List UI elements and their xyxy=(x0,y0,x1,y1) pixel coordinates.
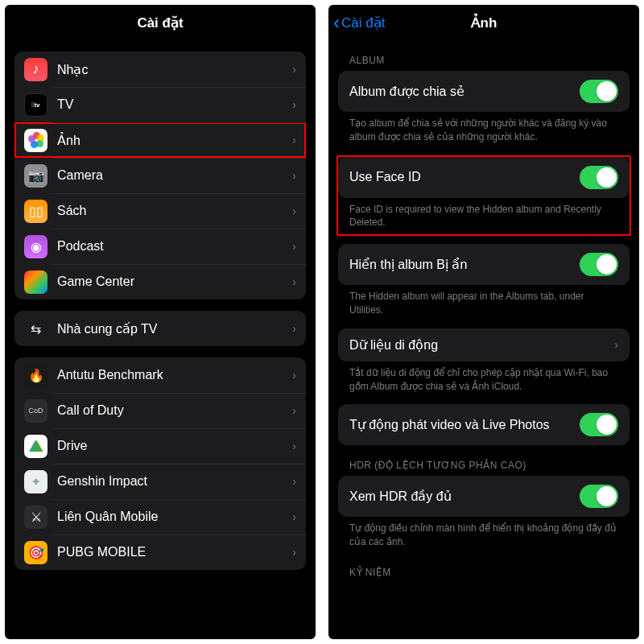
row-anh[interactable]: Ảnh › xyxy=(14,122,306,158)
page-title: Ảnh xyxy=(471,14,497,31)
photos-settings-list[interactable]: ALBUM Album được chia sẻ Tạo album để ch… xyxy=(328,40,639,639)
cell-label: Hiển thị album Bị ẩn xyxy=(349,257,580,272)
section-header-hdr: HDR (ĐỘ LỆCH TƯƠNG PHẢN CAO) xyxy=(338,445,630,476)
lienquan-icon: ⚔ xyxy=(24,506,47,529)
header: ‹ Cài đặt Ảnh xyxy=(328,5,639,40)
hidden-album-toggle[interactable] xyxy=(580,253,618,276)
section-header-album: ALBUM xyxy=(338,40,630,71)
footer-shared-album: Tạo album để chia sẻ với những người khá… xyxy=(338,112,630,147)
antutu-icon: 🔥 xyxy=(24,364,47,387)
row-use-faceid[interactable]: Use Face ID xyxy=(338,157,630,198)
row-hidden-album[interactable]: Hiển thị album Bị ẩn xyxy=(338,244,630,285)
chevron-right-icon: › xyxy=(292,275,296,288)
music-icon: ♪ xyxy=(24,58,47,81)
chevron-right-icon: › xyxy=(292,404,296,417)
cell-label: Tự động phát video và Live Photos xyxy=(349,417,580,432)
autoplay-toggle[interactable] xyxy=(580,413,618,436)
row-label: Ảnh xyxy=(57,133,292,148)
chevron-right-icon: › xyxy=(292,169,296,182)
camera-icon: 📷 xyxy=(24,164,47,188)
chevron-right-icon: › xyxy=(292,63,296,76)
row-label: Genshin Impact xyxy=(57,474,292,489)
row-tv[interactable]: tv TV › xyxy=(14,87,306,122)
row-shared-album[interactable]: Album được chia sẻ xyxy=(338,71,630,112)
photos-icon xyxy=(24,129,47,152)
genshin-icon: ✦ xyxy=(24,470,47,493)
game-center-icon xyxy=(24,270,47,294)
chevron-right-icon: › xyxy=(292,134,296,147)
chevron-right-icon: › xyxy=(292,510,296,523)
page-title: Cài đặt xyxy=(137,14,183,31)
hidden-block: Hiển thị album Bị ẩn The Hidden album wi… xyxy=(338,244,630,320)
cod-icon: CoD xyxy=(24,399,47,423)
row-antutu[interactable]: 🔥 Antutu Benchmark › xyxy=(14,357,306,393)
footer-cellular: Tắt dữ liệu di động để chỉ cho phép cập … xyxy=(338,361,630,397)
cell-label: Use Face ID xyxy=(349,170,580,184)
chevron-right-icon: › xyxy=(292,369,296,382)
cellular-block: Dữ liệu di động › Tắt dữ liệu di động để… xyxy=(338,328,630,397)
books-icon: ▯▯ xyxy=(24,200,47,223)
row-label: Sách xyxy=(57,204,292,218)
back-label: Cài đặt xyxy=(341,14,385,31)
footer-faceid: Face ID is required to view the Hidden a… xyxy=(338,198,630,233)
cell-label: Album được chia sẻ xyxy=(349,84,580,99)
row-camera[interactable]: 📷 Camera › xyxy=(14,158,306,193)
row-drive[interactable]: Drive › xyxy=(14,428,306,464)
section-header-memories: KỶ NIỆM xyxy=(338,552,630,583)
settings-group-apple: ♪ Nhạc › tv TV › Ảnh › 📷 Camera › xyxy=(14,52,306,299)
row-game-center[interactable]: Game Center › xyxy=(14,264,306,299)
row-label: Liên Quân Mobile xyxy=(57,510,292,524)
cell-label: Xem HDR đầy đủ xyxy=(349,489,580,504)
row-lienquan[interactable]: ⚔ Liên Quân Mobile › xyxy=(14,499,306,535)
row-hdr[interactable]: Xem HDR đầy đủ xyxy=(338,476,630,517)
row-sach[interactable]: ▯▯ Sách › xyxy=(14,193,306,229)
chevron-right-icon: › xyxy=(292,98,296,111)
hdr-toggle[interactable] xyxy=(580,485,618,508)
drive-icon xyxy=(24,435,47,458)
row-autoplay[interactable]: Tự động phát video và Live Photos xyxy=(338,404,630,445)
chevron-right-icon: › xyxy=(292,240,296,253)
row-nhac[interactable]: ♪ Nhạc › xyxy=(14,52,306,87)
row-label: Nhà cung cấp TV xyxy=(57,321,292,336)
faceid-toggle[interactable] xyxy=(580,166,618,189)
footer-hdr: Tự động điều chỉnh màn hình để hiển thị … xyxy=(338,517,630,552)
row-label: PUBG MOBILE xyxy=(57,545,292,559)
pubg-icon: 🎯 xyxy=(24,541,47,564)
shared-album-toggle[interactable] xyxy=(580,80,618,103)
row-label: Camera xyxy=(57,168,292,183)
settings-list[interactable]: ♪ Nhạc › tv TV › Ảnh › 📷 Camera › xyxy=(5,40,316,639)
autoplay-block: Tự động phát video và Live Photos xyxy=(338,404,630,445)
row-label: Nhạc xyxy=(57,62,292,77)
row-label: Call of Duty xyxy=(57,403,292,418)
row-label: TV xyxy=(57,97,292,112)
chevron-right-icon: › xyxy=(292,546,296,559)
settings-left-phone: Cài đặt ♪ Nhạc › tv TV › Ảnh › 📷 xyxy=(5,5,316,639)
row-podcast[interactable]: ◉ Podcast › xyxy=(14,229,306,264)
cell-label: Dữ liệu di động xyxy=(349,337,614,353)
row-tv-provider[interactable]: ⇆ Nhà cung cấp TV › xyxy=(14,311,306,346)
row-cod[interactable]: CoD Call of Duty › xyxy=(14,393,306,428)
settings-group-thirdparty: 🔥 Antutu Benchmark › CoD Call of Duty › … xyxy=(14,357,306,570)
settings-group-tv-provider: ⇆ Nhà cung cấp TV › xyxy=(14,311,306,346)
row-genshin[interactable]: ✦ Genshin Impact › xyxy=(14,464,306,499)
tv-icon: tv xyxy=(24,93,47,117)
row-cellular-data[interactable]: Dữ liệu di động › xyxy=(338,328,630,361)
tv-provider-icon: ⇆ xyxy=(24,317,47,341)
back-button[interactable]: ‹ Cài đặt xyxy=(333,13,385,32)
chevron-right-icon: › xyxy=(614,338,618,351)
row-label: Drive xyxy=(57,439,292,453)
row-label: Antutu Benchmark xyxy=(57,368,292,382)
row-label: Game Center xyxy=(57,275,292,289)
chevron-right-icon: › xyxy=(292,475,296,488)
chevron-right-icon: › xyxy=(292,440,296,452)
podcast-icon: ◉ xyxy=(24,235,47,258)
faceid-block-highlight: Use Face ID Face ID is required to view … xyxy=(336,155,631,237)
chevron-left-icon: ‹ xyxy=(333,13,340,32)
row-pubg[interactable]: 🎯 PUBG MOBILE › xyxy=(14,535,306,570)
settings-right-phone: ‹ Cài đặt Ảnh ALBUM Album được chia sẻ T… xyxy=(328,5,639,639)
chevron-right-icon: › xyxy=(292,322,296,335)
footer-hidden: The Hidden album will appear in the Albu… xyxy=(338,285,630,320)
row-label: Podcast xyxy=(57,239,292,254)
chevron-right-icon: › xyxy=(292,204,296,217)
header: Cài đặt xyxy=(5,5,316,40)
